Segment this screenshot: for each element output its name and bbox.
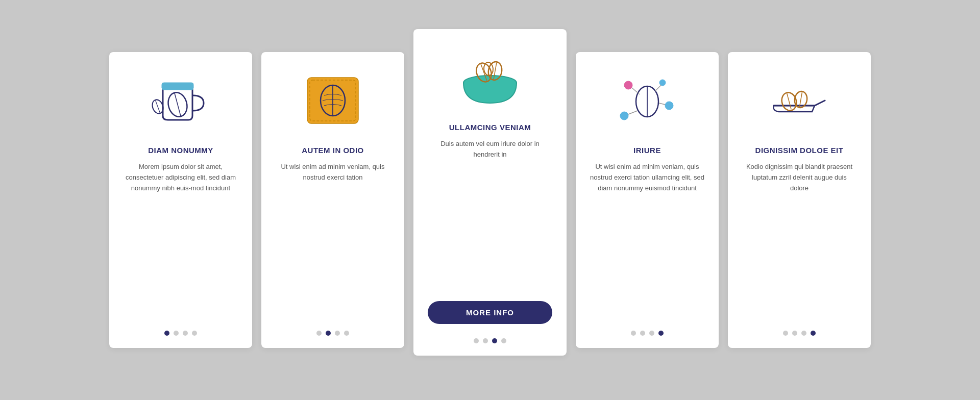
- card-4-title: IRIURE: [633, 146, 661, 155]
- svg-line-22: [659, 103, 665, 105]
- dot: [474, 338, 479, 343]
- card-diam-nonummy: DIAM NONUMMY Morem ipsum dolor sit amet,…: [109, 52, 252, 348]
- card-3-dots: [474, 334, 506, 343]
- dot: [335, 331, 340, 336]
- card-5-text: Kodio dignissim qui blandit praesent lup…: [742, 162, 856, 314]
- dot: [316, 331, 322, 336]
- dot: [501, 338, 506, 343]
- svg-line-28: [799, 92, 802, 107]
- svg-line-2: [175, 93, 181, 116]
- dot: [192, 331, 197, 336]
- card-5-icon: [766, 67, 832, 134]
- svg-line-26: [787, 93, 792, 110]
- card-3-icon: [457, 44, 523, 111]
- svg-point-23: [659, 80, 666, 86]
- dot: [492, 338, 497, 343]
- card-dignissim: DIGNISSIM DOLOE EIT Kodio dignissim qui …: [728, 52, 871, 348]
- svg-line-24: [655, 85, 661, 91]
- dot: [164, 331, 169, 336]
- card-4-icon: [614, 67, 680, 134]
- card-5-title: DIGNISSIM DOLOE EIT: [755, 146, 844, 155]
- card-1-text: Morem ipsum dolor sit amet, consectetuer…: [124, 162, 238, 314]
- dot: [174, 331, 179, 336]
- dot: [183, 331, 188, 336]
- dot: [326, 331, 331, 336]
- dot: [783, 331, 788, 336]
- svg-rect-0: [162, 83, 193, 90]
- card-5-dots: [783, 327, 816, 336]
- card-2-title: AUTEM IN ODIO: [302, 146, 364, 155]
- svg-line-4: [156, 101, 160, 113]
- card-ullamcing-veniam: ULLAMCING VENIAM Duis autem vel eum iriu…: [413, 29, 567, 356]
- card-3-title: ULLAMCING VENIAM: [449, 123, 531, 132]
- cards-container: DIAM NONUMMY Morem ipsum dolor sit amet,…: [79, 24, 901, 376]
- svg-point-19: [620, 112, 628, 120]
- dot: [792, 331, 797, 336]
- dot: [344, 331, 349, 336]
- dot: [640, 331, 645, 336]
- card-1-title: DIAM NONUMMY: [148, 146, 213, 155]
- card-2-text: Ut wisi enim ad minim veniam, quis nostr…: [276, 162, 390, 314]
- card-4-dots: [631, 327, 664, 336]
- dot: [811, 331, 816, 336]
- card-3-text: Duis autem vel eum iriure dolor in hendr…: [428, 139, 552, 289]
- card-1-icon: [148, 67, 214, 134]
- dot: [801, 331, 806, 336]
- svg-point-21: [665, 102, 673, 110]
- svg-line-20: [628, 111, 638, 114]
- more-info-button[interactable]: MORE INFO: [428, 301, 552, 324]
- card-iriure: IRIURE Ut wisi enim ad minim veniam, qui…: [576, 52, 719, 348]
- card-autem-in-odio: AUTEM IN ODIO Ut wisi enim ad minim veni…: [261, 52, 404, 348]
- card-1-dots: [164, 327, 197, 336]
- card-2-dots: [316, 327, 349, 336]
- dot: [483, 338, 488, 343]
- card-2-icon: [300, 67, 366, 134]
- card-4-text: Ut wisi enim ad minim veniam, quis nostr…: [590, 162, 704, 314]
- dot: [631, 331, 636, 336]
- svg-point-17: [624, 81, 632, 89]
- dot: [649, 331, 654, 336]
- dot: [658, 331, 664, 336]
